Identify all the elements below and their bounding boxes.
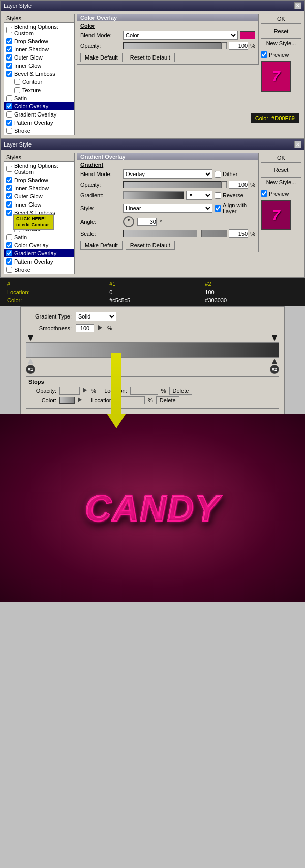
checkbox-innershadow[interactable] — [6, 46, 12, 52]
d2-check-satin[interactable] — [6, 234, 12, 240]
d2-sidebar-innershadow[interactable]: Inner Shadow — [4, 184, 74, 192]
checkbox-innerglow[interactable] — [6, 63, 12, 69]
d2-sidebar-gradientoverlay[interactable]: Gradient Overlay — [4, 249, 74, 257]
d2-check-gradientoverlay[interactable] — [6, 250, 12, 256]
d2-sidebar-stroke[interactable]: Stroke — [4, 266, 74, 274]
d2-angle-input[interactable] — [137, 218, 157, 226]
d2-blend-mode-select[interactable]: Overlay Normal Multiply — [123, 169, 212, 179]
reset-default-btn[interactable]: Reset to Default — [126, 53, 175, 62]
ge-type-select[interactable]: Solid Noise — [76, 312, 116, 321]
d2-panel-buttons: Make Default Reset to Default — [77, 239, 258, 252]
checkbox-coloroverlay[interactable] — [6, 103, 12, 109]
d2-check-dropshadow[interactable] — [6, 177, 12, 183]
sidebar-item-blending[interactable]: Blending Options: Custom — [4, 23, 74, 37]
d2-sidebar-patternoverlay[interactable]: Pattern Overlay — [4, 257, 74, 266]
ge-smoothness-arrow[interactable] — [98, 325, 103, 331]
d2-sidebar-satin[interactable]: Satin — [4, 233, 74, 241]
preview-checkbox-1[interactable] — [261, 51, 267, 58]
new-style-btn-2[interactable]: New Style... — [261, 177, 301, 187]
stop-circle-1[interactable]: #1 — [26, 365, 35, 374]
d2-style-select[interactable]: Linear Radial Angle — [123, 204, 212, 213]
new-style-btn-1[interactable]: New Style... — [261, 38, 301, 48]
label-dropshadow: Drop Shadow — [14, 38, 48, 44]
d2-sidebar-contour[interactable]: Contour CLICK HERE!to edit Contour — [4, 217, 74, 225]
sidebar-item-contour[interactable]: Contour — [4, 78, 74, 86]
d2-check-outerglow[interactable] — [6, 193, 12, 199]
bottom-stop-left-arrow[interactable] — [28, 359, 33, 364]
d2-check-patternoverlay[interactable] — [6, 258, 12, 265]
make-default-btn[interactable]: Make Default — [80, 53, 123, 62]
d2-opacity-input[interactable] — [229, 181, 248, 189]
sidebar-item-innerglow[interactable]: Inner Glow — [4, 62, 74, 70]
checkbox-texture[interactable] — [14, 87, 20, 93]
d2-sidebar-blending[interactable]: Blending Options: Custom — [4, 162, 74, 176]
stops-opacity-input[interactable] — [59, 387, 80, 395]
d2-label-innershadow: Inner Shadow — [14, 185, 49, 191]
sidebar-item-patternoverlay[interactable]: Pattern Overlay — [4, 119, 74, 127]
d2-sidebar-dropshadow[interactable]: Drop Shadow — [4, 176, 74, 184]
opacity-input[interactable] — [229, 42, 248, 50]
d2-check-innerglow[interactable] — [6, 201, 12, 208]
d2-check-innershadow[interactable] — [6, 185, 12, 191]
stops-location-input-1[interactable] — [130, 387, 158, 395]
sidebar-item-outerglow[interactable]: Outer Glow — [4, 53, 74, 62]
checkbox-bevel[interactable] — [6, 71, 12, 77]
checkbox-outerglow[interactable] — [6, 54, 12, 61]
sidebar-item-dropshadow[interactable]: Drop Shadow — [4, 37, 74, 45]
ok-btn-1[interactable]: OK — [261, 14, 301, 24]
stops-delete-btn-1[interactable]: Delete — [169, 387, 193, 395]
sidebar-item-stroke[interactable]: Stroke — [4, 127, 74, 135]
reset-btn-2[interactable]: Reset — [261, 165, 301, 175]
reset-btn-1[interactable]: Reset — [261, 26, 301, 36]
checkbox-satin[interactable] — [6, 95, 12, 101]
bottom-stop-right-arrow[interactable] — [272, 359, 277, 364]
sidebar-item-coloroverlay[interactable]: Color Overlay — [4, 102, 74, 110]
gradient-preview[interactable] — [123, 191, 184, 199]
d2-sidebar-outerglow[interactable]: Outer Glow — [4, 192, 74, 200]
preview-checkbox-2[interactable] — [261, 190, 267, 197]
sidebar-item-gradientoverlay[interactable]: Gradient Overlay — [4, 110, 74, 119]
sidebar-item-satin[interactable]: Satin — [4, 94, 74, 102]
top-stop-right[interactable] — [272, 335, 277, 341]
ge-smoothness-input[interactable] — [76, 324, 94, 332]
d2-sidebar-innerglow[interactable]: Inner Glow — [4, 200, 74, 209]
stops-opacity-row: Opacity: % Location: % Delete — [28, 387, 277, 395]
checkbox-blending[interactable] — [6, 27, 12, 33]
dialog2-close[interactable]: ✕ — [294, 141, 301, 148]
color-swatch[interactable] — [240, 31, 255, 39]
gradient-bar[interactable] — [26, 342, 279, 358]
checkbox-patternoverlay[interactable] — [6, 120, 12, 126]
checkbox-dropshadow[interactable] — [6, 38, 12, 44]
checkbox-stroke[interactable] — [6, 128, 12, 134]
sidebar-item-bevel[interactable]: Bevel & Emboss — [4, 70, 74, 78]
stops-color-arrow[interactable] — [78, 397, 83, 403]
d2-check-coloroverlay[interactable] — [6, 242, 12, 248]
d2-opacity-slider[interactable] — [123, 181, 227, 188]
d2-reverse-check[interactable] — [215, 192, 221, 199]
d2-scale-input[interactable] — [229, 229, 248, 238]
ok-btn-2[interactable]: OK — [261, 153, 301, 163]
d2-check-stroke[interactable] — [6, 267, 12, 273]
gradient-dropdown[interactable]: ▼ — [186, 191, 212, 200]
blend-mode-select[interactable]: Color Normal Multiply Overlay — [123, 31, 238, 40]
sidebar-item-innershadow[interactable]: Inner Shadow — [4, 45, 74, 53]
opacity-slider[interactable] — [123, 42, 227, 49]
stops-opacity-arrow[interactable] — [83, 388, 88, 394]
checkbox-gradientoverlay[interactable] — [6, 111, 12, 118]
d2-make-default-btn[interactable]: Make Default — [80, 241, 123, 250]
d2-reset-default-btn[interactable]: Reset to Default — [126, 241, 175, 250]
d2-align-check[interactable] — [215, 205, 221, 212]
dialog1-close[interactable]: ✕ — [294, 2, 301, 9]
stops-delete-btn-2[interactable]: Delete — [156, 396, 179, 404]
d2-check-bevel[interactable] — [6, 210, 12, 216]
angle-circle[interactable] — [123, 216, 134, 227]
stop-circle-2[interactable]: #2 — [270, 365, 279, 374]
stops-color-swatch[interactable] — [59, 397, 75, 404]
d2-scale-slider[interactable] — [123, 230, 227, 237]
d2-check-blending[interactable] — [6, 166, 12, 172]
checkbox-contour[interactable] — [14, 79, 20, 85]
d2-dither-check[interactable] — [215, 171, 221, 178]
d2-sidebar-coloroverlay[interactable]: Color Overlay — [4, 241, 74, 249]
top-stop-left[interactable] — [28, 335, 33, 341]
sidebar-item-texture[interactable]: Texture — [4, 86, 74, 94]
